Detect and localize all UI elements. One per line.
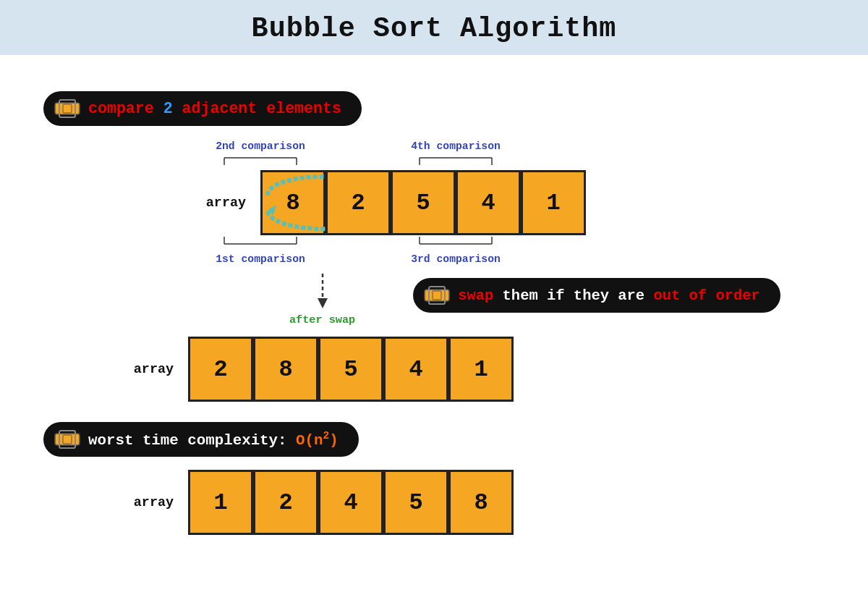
cell-1a: 1: [448, 337, 514, 402]
cell-8b: 8: [448, 470, 514, 535]
array-boxes-2: 2 8 5 4 1: [188, 337, 514, 402]
swap-pill: swap them if they are out of order: [413, 278, 780, 313]
cell-2: 2: [326, 170, 391, 235]
array-boxes-3: 1 2 4 5 8: [188, 470, 514, 535]
page-title: Bubble Sort Algorithm: [0, 13, 868, 45]
cell-4a: 4: [383, 337, 448, 402]
complexity-section: worst time complexity: O(n2): [43, 422, 825, 457]
array-row-3: array 1 2 4 5 8: [116, 470, 825, 535]
label-4th-comparison: 4th comparison: [391, 140, 521, 152]
header-bar: Bubble Sort Algorithm: [0, 0, 868, 55]
array-boxes-1: 8 2 5: [260, 170, 586, 235]
cell-8: 8: [260, 170, 326, 235]
label-1st-comparison: 1st comparison: [195, 253, 326, 265]
svg-rect-21: [433, 291, 441, 300]
swap-pill-text: swap them if they are out of order: [458, 287, 760, 304]
svg-rect-24: [63, 435, 72, 444]
cell-4: 4: [456, 170, 521, 235]
after-swap-label: after swap: [289, 313, 355, 326]
bracket-2nd-top: [195, 152, 326, 166]
array-row-2: array 2 8 5 4 1: [116, 337, 825, 402]
complexity-pill: worst time complexity: O(n2): [43, 422, 359, 457]
cell-8a: 8: [253, 337, 318, 402]
compare-pill: compare 2 adjacent elements: [43, 91, 362, 126]
label-2nd-comparison: 2nd comparison: [195, 140, 326, 152]
cell-1: 1: [521, 170, 586, 235]
bracket-3rd-bottom: [391, 235, 521, 250]
compare-pill-text: compare 2 adjacent elements: [88, 100, 341, 117]
cell-2a: 2: [188, 337, 253, 402]
clip-icon-3: [54, 429, 81, 450]
cell-1b: 1: [188, 470, 253, 535]
bracket-1st-bottom: [195, 235, 326, 250]
cell-5: 5: [391, 170, 456, 235]
clip-icon-2: [423, 285, 451, 305]
array-row-1: array 8: [188, 170, 825, 235]
swap-pill-container: swap them if they are out of order: [413, 278, 780, 313]
bracket-4th-top: [391, 152, 521, 166]
array-label-1: array: [188, 195, 246, 211]
array-label-3: array: [116, 495, 174, 510]
svg-marker-18: [318, 298, 328, 308]
cell-5b: 5: [383, 470, 448, 535]
svg-rect-2: [63, 104, 72, 113]
label-3rd-comparison: 3rd comparison: [391, 253, 521, 265]
arrow-down-area: after swap: [289, 272, 355, 326]
complexity-pill-text: worst time complexity: O(n2): [88, 430, 339, 449]
cell-2b: 2: [253, 470, 318, 535]
clip-icon: [54, 98, 81, 119]
cell-5a: 5: [318, 337, 383, 402]
array-box-0: 8: [260, 170, 326, 235]
array-label-2: array: [116, 362, 174, 377]
dashed-arrow-down: [312, 272, 333, 312]
main-content: compare 2 adjacent elements 2nd comparis…: [0, 55, 868, 616]
cell-4b: 4: [318, 470, 383, 535]
section-compare: compare 2 adjacent elements: [43, 91, 825, 126]
